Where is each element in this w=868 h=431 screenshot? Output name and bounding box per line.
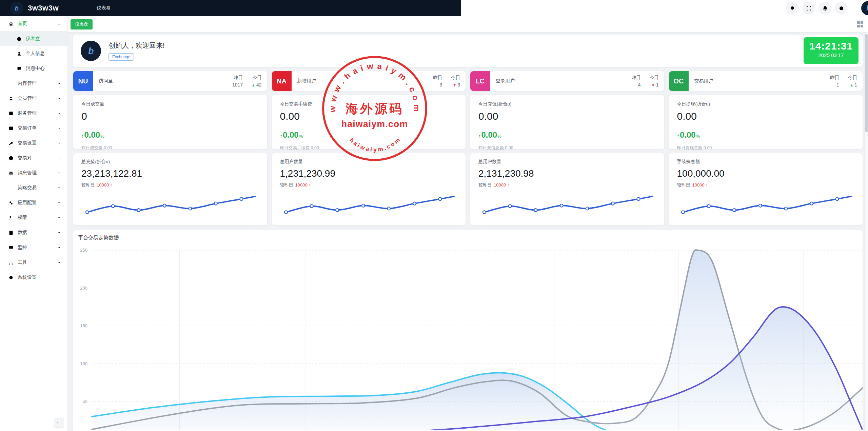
up-arrow-icon: ↑ — [110, 182, 113, 188]
fullscreen-icon — [806, 5, 812, 12]
tab-dashboard[interactable]: 仪表盘 — [71, 19, 93, 30]
kpi-badge-row: NU 访问量 昨日 1017 今日 ▲42 NA 新增用户 昨日 3 今日 ▼3 — [73, 71, 863, 91]
sidebar-item-strategy[interactable]: 策略交易 — [0, 180, 67, 195]
stat-card-withdraw: 今日提现(折合u) 0.00 ↑0.00% 昨日提现总额:0.00 — [669, 95, 863, 149]
svg-text:150: 150 — [80, 323, 87, 328]
chevron-down-icon — [57, 201, 61, 205]
sidebar-item-permissions[interactable]: 权限 — [0, 210, 67, 225]
search-icon — [789, 5, 796, 12]
sidebar-item-system-settings[interactable]: 系统设置 — [0, 270, 67, 285]
grid-icon — [857, 21, 860, 24]
svg-text:100: 100 — [80, 361, 87, 366]
logo-b-icon: b — [12, 4, 21, 13]
fullscreen-button[interactable] — [802, 2, 815, 15]
notifications-button[interactable] — [818, 2, 831, 15]
chevron-down-icon — [57, 141, 61, 145]
brand-name: 3w3w3w — [28, 4, 59, 13]
kpi-code-badge: LC — [470, 71, 490, 91]
chevron-down-icon — [57, 231, 61, 235]
chevron-down-icon — [57, 216, 61, 220]
sidebar-item-data[interactable]: 数据 — [0, 225, 67, 240]
database-icon — [8, 230, 14, 236]
wrench-icon — [8, 140, 14, 146]
sidebar-item-tools[interactable]: 工具 — [0, 255, 67, 270]
settings-button[interactable] — [835, 2, 848, 15]
user-edit-icon — [8, 215, 14, 221]
total-stats-row: 总充值(折合u) 23,213,122.81 较昨日10000 ↑ 总用户数量 … — [73, 153, 863, 225]
sidebar: 首页 仪表盘 个人信息 消息中心 内容管理 会员管理 财务管理 — [0, 16, 68, 431]
sidebar-item-trade-orders[interactable]: 交易订单 — [0, 121, 67, 136]
svg-text:b: b — [88, 46, 94, 56]
tabs-bar: 仪表盘 — [68, 16, 868, 33]
sidebar-item-profile[interactable]: 个人信息 — [0, 46, 67, 61]
up-arrow-icon: ↑ — [706, 182, 708, 188]
exchange-badge[interactable]: Exchange — [108, 53, 134, 61]
sidebar-item-message-mgmt[interactable]: 消息管理 — [0, 165, 67, 180]
chevron-up-icon — [57, 22, 61, 26]
grid-icon — [861, 21, 863, 24]
chevron-down-icon — [57, 171, 61, 175]
sidebar-item-message-center[interactable]: 消息中心 — [0, 61, 67, 76]
grid-icon — [861, 25, 863, 27]
clock-time: 14:21:31 — [804, 40, 859, 52]
chevron-down-icon — [57, 260, 61, 265]
clock-date: 2025 03 17 — [804, 52, 859, 58]
sidebar-item-trading-pairs[interactable]: 交易对 — [0, 151, 67, 165]
chevron-down-icon — [57, 81, 61, 86]
scrollbar-track[interactable] — [864, 33, 868, 431]
chevron-down-icon — [57, 186, 61, 190]
scrollbar-thumb[interactable] — [865, 34, 868, 132]
home-icon — [8, 21, 14, 27]
grid-icon — [857, 25, 860, 27]
sidebar-item-members[interactable]: 会员管理 — [0, 91, 67, 106]
app-logo: b — [10, 2, 23, 15]
search-button[interactable] — [786, 2, 799, 15]
user-icon — [8, 96, 14, 101]
finance-grid-icon — [8, 111, 14, 116]
svg-text:200: 200 — [80, 286, 87, 291]
list-icon — [8, 81, 14, 86]
chevron-down-icon — [57, 156, 61, 160]
mail-icon — [8, 170, 14, 176]
kpi-card-trade-users: OC 交易用户 昨日 1 今日 ▲1 — [669, 71, 863, 91]
trend-chart-card: 平台交易走势数据 250 200 150 100 50 — [73, 230, 863, 431]
table-icon — [8, 125, 14, 131]
stat-card-deposit: 今日充值(折合u) 0.00 ↑0.00% 昨日充值总额:0.00 — [470, 95, 664, 149]
sidebar-item-home[interactable]: 首页 — [0, 16, 67, 31]
up-arrow-icon: ↑ — [677, 133, 680, 139]
user-icon — [16, 51, 22, 57]
trend-up-icon: ▲ — [252, 83, 255, 87]
sidebar-item-app-config[interactable]: 应用配置 — [0, 195, 67, 210]
header-brand-area: b 3w3w3w 仪表盘 — [0, 0, 461, 16]
gauge-icon — [16, 36, 22, 42]
today-stats-row: 今日成交量 0 ↑0.00% 昨日成交量:0.00 今日交易手续费 0.00 ↑… — [73, 95, 863, 149]
up-arrow-icon: ↑ — [507, 182, 510, 188]
sidebar-item-content[interactable]: 内容管理 — [0, 76, 67, 91]
sidebar-item-finance[interactable]: 财务管理 — [0, 106, 67, 121]
bell-icon — [822, 5, 828, 12]
logo-b-icon: b — [84, 44, 97, 57]
welcome-card: b 创始人，欢迎回来! Exchange 14:21:31 2025 03 17 — [73, 35, 863, 67]
kpi-card-new-users: NA 新增用户 昨日 3 今日 ▼3 — [272, 71, 466, 91]
user-avatar[interactable]: b — [851, 1, 865, 15]
trend-chart-canvas: 250 200 150 100 50 — [73, 246, 863, 430]
sidebar-item-dashboard[interactable]: 仪表盘 — [0, 31, 67, 46]
sidebar-collapse-button[interactable] — [54, 418, 64, 428]
collapse-icon — [56, 420, 62, 426]
chevron-down-icon — [57, 111, 61, 116]
up-arrow-icon: ↑ — [478, 133, 481, 139]
top-menu-dashboard[interactable]: 仪表盘 — [97, 5, 111, 11]
chevron-down-icon — [57, 96, 61, 101]
total-card-deposit: 总充值(折合u) 23,213,122.81 较昨日10000 ↑ — [73, 153, 267, 225]
sparkline-chart — [280, 189, 458, 221]
total-card-fees: 手续费总额 100,000.00 较昨日10000 ↑ — [669, 153, 863, 225]
sidebar-item-monitoring[interactable]: 监控 — [0, 240, 67, 255]
tab-options-button[interactable] — [857, 21, 864, 27]
sidebar-item-trade-settings[interactable]: 交易设置 — [0, 136, 67, 151]
up-arrow-icon: ↑ — [309, 182, 311, 188]
total-card-users-1: 总用户数量 1,231,230.99 较昨日10000 ↑ — [272, 153, 466, 225]
clock-card: 14:21:31 2025 03 17 — [804, 37, 859, 64]
trend-chart-title: 平台交易走势数据 — [73, 230, 863, 241]
chevron-down-icon — [57, 126, 61, 131]
dashboard-page: b 3w3w3w 仪表盘 b 仪表盘 — [0, 0, 868, 431]
